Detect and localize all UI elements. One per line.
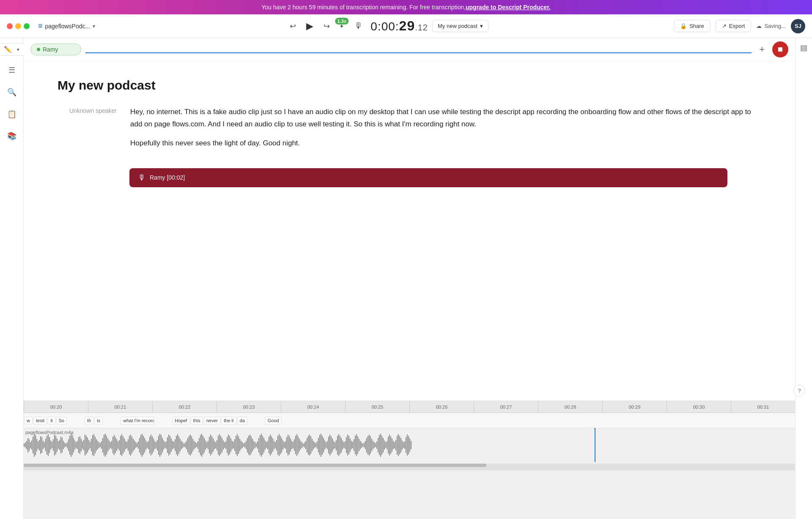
waveform-bar: [68, 439, 69, 451]
toolbar-right: 🔒 Share ↗ Export ☁ Saving... SJ: [674, 19, 805, 33]
paragraph-1: Hey, no internet. This is a fake audio c…: [130, 106, 761, 131]
waveform-bar: [176, 436, 177, 454]
fast-forward-button[interactable]: ↪: [321, 20, 332, 33]
waveform-bar: [356, 434, 357, 456]
project-name-chevron: ▾: [480, 23, 483, 29]
play-button[interactable]: ▶: [303, 19, 317, 33]
speaker-input[interactable]: [85, 46, 752, 53]
minimize-window-button[interactable]: [15, 23, 21, 29]
waveform-bar: [88, 440, 89, 450]
waveform-bar: [31, 440, 32, 450]
waveform-bar: [258, 438, 259, 453]
left-sidebar: ✏️ ▾ ☰ 🔍 📋 📚: [0, 38, 24, 519]
right-panel-toggle-button[interactable]: ▤: [800, 43, 807, 52]
pencil-tool-button[interactable]: ✏️: [2, 45, 14, 54]
waveform-bar: [317, 441, 318, 449]
add-speaker-button[interactable]: +: [756, 43, 768, 56]
waveform-bar: [241, 441, 241, 449]
close-window-button[interactable]: [7, 23, 13, 29]
maximize-window-button[interactable]: [24, 23, 30, 29]
word-chip[interactable]: testi: [33, 417, 47, 424]
waveform-bar: [295, 436, 296, 454]
waveform-bar: [406, 437, 406, 453]
waveform-bar: [237, 434, 238, 456]
waveform-bar: [107, 438, 108, 452]
word-chip[interactable]: Good: [265, 417, 282, 424]
timeline-area: 00:2000:2100:2200:2300:2400:2500:2600:27…: [24, 401, 795, 519]
waveform-bar: [364, 443, 365, 448]
waveform-bar: [274, 441, 274, 449]
word-chip[interactable]: never: [204, 417, 221, 424]
waveform-bar: [77, 441, 78, 449]
word-chip[interactable]: is: [94, 417, 103, 424]
word-chip[interactable]: Hopef: [172, 417, 189, 424]
waveform-bar: [409, 438, 410, 452]
waveform-bar: [220, 436, 221, 454]
waveform-bar: [195, 442, 196, 448]
upgrade-link[interactable]: upgrade to Descript Producer.: [466, 4, 551, 11]
waveform-bar: [157, 440, 158, 451]
playhead-triangle: [592, 428, 597, 429]
sidebar-library-button[interactable]: 📚: [4, 128, 19, 144]
waveform-bar: [322, 436, 323, 455]
waveform-bar: [263, 438, 264, 453]
scrollbar-area[interactable]: [24, 464, 795, 470]
word-chip[interactable]: w: [24, 417, 33, 424]
word-chip[interactable]: da: [237, 417, 247, 424]
waveform-bar: [248, 436, 249, 455]
avatar-initials: SJ: [795, 23, 801, 29]
speaker-pill[interactable]: Ramy: [30, 44, 81, 55]
cloud-icon: ☁: [756, 23, 762, 29]
project-name-button[interactable]: My new podcast ▾: [432, 20, 488, 32]
word-chip[interactable]: it: [48, 417, 55, 424]
recording-indicator: 🎙 Ramy [00:02]: [129, 168, 727, 187]
timeline-ruler: 00:2000:2100:2200:2300:2400:2500:2600:27…: [24, 401, 795, 413]
word-chip[interactable]: this: [191, 417, 203, 424]
sidebar-search-button[interactable]: 🔍: [4, 85, 19, 100]
waveform-bar: [190, 434, 191, 456]
waveform-bar: [336, 440, 337, 451]
waveform-bar: [223, 440, 224, 450]
export-button[interactable]: ↗ Export: [716, 20, 752, 32]
share-button[interactable]: 🔒 Share: [674, 20, 710, 32]
help-button[interactable]: ?: [793, 385, 805, 396]
rewind-button[interactable]: ↩: [287, 20, 299, 33]
speaker-status-dot: [37, 48, 40, 51]
waveform-bar: [83, 440, 84, 451]
microphone-button[interactable]: 🎙: [351, 19, 366, 33]
word-chip[interactable]: So: [56, 417, 67, 424]
waveform-bar: [35, 435, 36, 455]
waveform-bar: [81, 439, 82, 451]
record-stop-button[interactable]: ⏹: [772, 41, 788, 57]
waveform-bar: [109, 440, 110, 450]
tool-chevron-button[interactable]: ▾: [15, 46, 22, 53]
waveform-bar: [343, 442, 344, 448]
waveform-bar: [293, 442, 294, 448]
waveform-bar: [335, 442, 335, 448]
waveform-bar: [82, 441, 83, 449]
waveform-bar: [385, 442, 386, 448]
word-chip[interactable]: the li: [221, 417, 236, 424]
waveform-bar: [26, 441, 27, 449]
scrollbar-thumb[interactable]: [24, 464, 486, 467]
sidebar-menu-button[interactable]: ☰: [4, 63, 19, 78]
waveform-bar: [200, 435, 201, 455]
avatar[interactable]: SJ: [791, 19, 805, 33]
waveform-bar: [168, 434, 169, 456]
word-chip[interactable]: th: [85, 417, 93, 424]
waveform-bar: [411, 441, 411, 449]
waveform-bar: [125, 441, 126, 449]
word-chip[interactable]: what I'm recordi: [121, 417, 154, 424]
project-title[interactable]: ≡ pageflowsPodc... ▾: [38, 22, 95, 30]
traffic-lights: [7, 23, 30, 29]
waveform-bar: [397, 436, 398, 455]
waveform-bar: [361, 442, 362, 448]
waveform-bar: [357, 436, 358, 454]
waveform-bar: [368, 436, 368, 455]
sidebar-pages-button[interactable]: 📋: [4, 107, 19, 122]
waveform-bar: [54, 434, 55, 456]
waveform-bar: [78, 437, 79, 453]
transcript-text-1[interactable]: Hey, no internet. This is a fake audio c…: [130, 106, 761, 156]
waveform-bar: [90, 442, 91, 448]
waveform-bar: [130, 434, 131, 456]
